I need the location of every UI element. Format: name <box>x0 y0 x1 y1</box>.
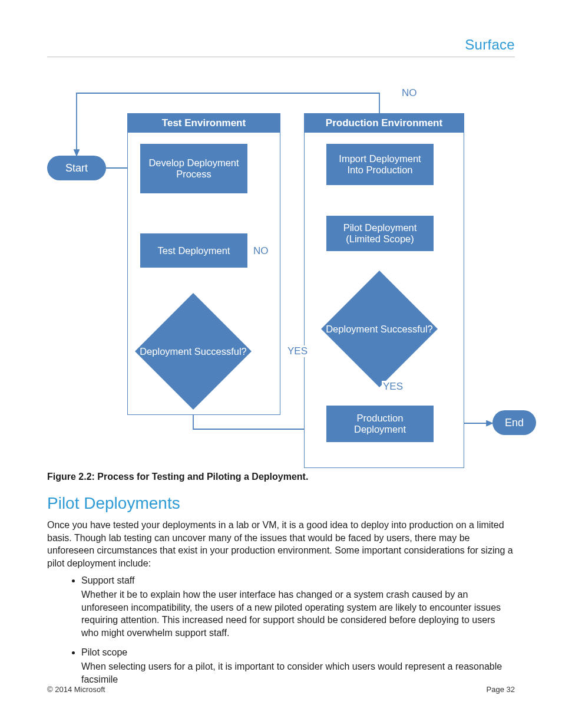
start-label: Start <box>65 162 88 174</box>
list-item: Pilot scope When selecting users for a p… <box>81 646 515 686</box>
footer-copyright: © 2014 Microsoft <box>47 685 105 694</box>
page-footer: © 2014 Microsoft Page 32 <box>47 685 515 694</box>
box-develop-deployment-process: Develop Deployment Process <box>140 144 247 193</box>
decision-test-successful: Deployment Successful? <box>152 310 234 393</box>
decision2-label: Deployment Successful? <box>322 324 437 335</box>
page-header: Surface <box>47 37 515 57</box>
body-text: Once you have tested your deployments in… <box>47 519 515 693</box>
container-title-test: Test Environment <box>128 114 280 133</box>
section-heading: Pilot Deployments <box>47 494 180 513</box>
bullet-title: Support staff <box>81 574 515 587</box>
container-title-prod: Production Environment <box>305 114 464 133</box>
bullet-body: Whether it be to explain how the user in… <box>81 589 501 638</box>
pilot-label: Pilot Deployment (Limited Scope) <box>330 222 430 245</box>
import-label: Import Deployment Into Production <box>330 153 430 176</box>
box-import-deployment: Import Deployment Into Production <box>326 144 434 185</box>
intro-paragraph: Once you have tested your deployments in… <box>47 519 515 569</box>
end-label: End <box>505 417 524 429</box>
bullet-body: When selecting users for a pilot, it is … <box>81 661 502 684</box>
bullet-list: Support staff Whether it be to explain h… <box>47 574 515 686</box>
document-page: Surface <box>0 0 562 728</box>
decision-pilot-successful: Deployment Successful? <box>338 288 421 370</box>
terminator-end: End <box>492 410 536 435</box>
edge-label-yes-prod: YES <box>382 381 404 393</box>
decision1-label: Deployment Successful? <box>135 346 251 357</box>
footer-page-number: Page 32 <box>487 685 515 694</box>
edge-label-yes-test: YES <box>286 345 309 357</box>
box-test-deployment: Test Deployment <box>140 233 247 268</box>
develop-label: Develop Deployment Process <box>144 157 244 180</box>
test-label: Test Deployment <box>158 245 230 256</box>
edge-label-no-test: NO <box>252 245 270 257</box>
bullet-title: Pilot scope <box>81 646 515 659</box>
brand-label: Surface <box>465 37 515 52</box>
terminator-start: Start <box>47 156 106 180</box>
figure-caption: Figure 2.2: Process for Testing and Pilo… <box>47 472 308 482</box>
list-item: Support staff Whether it be to explain h… <box>81 574 515 639</box>
edge-label-no-prod: NO <box>401 87 418 99</box>
prod-deploy-label: Production Deployment <box>330 413 430 435</box>
flowchart-diagram: Start Test Environment Develop Deploymen… <box>47 87 536 470</box>
box-pilot-deployment: Pilot Deployment (Limited Scope) <box>326 216 434 251</box>
box-production-deployment: Production Deployment <box>326 406 434 442</box>
